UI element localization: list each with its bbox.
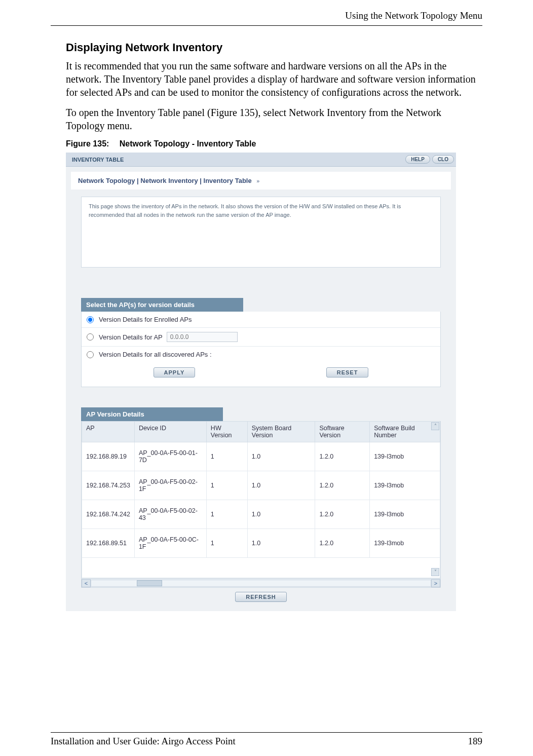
- ap-version-table-wrap: ˄ AP Device ID HW Version System Board V…: [81, 421, 441, 588]
- radio-enrolled-aps-label: Version Details for Enrolled APs: [99, 316, 192, 323]
- cell-hw: 1: [206, 529, 247, 558]
- close-button[interactable]: CLO: [432, 155, 454, 164]
- description-box: This page shows the inventory of APs in …: [81, 197, 441, 268]
- cell-sw: 1.2.0: [315, 471, 370, 500]
- cell-hw: 1: [206, 442, 247, 471]
- cell-device-id: AP_00-0A-F5-00-01-7D: [134, 442, 206, 471]
- col-software-version: Software Version: [315, 422, 370, 442]
- header-section-title: Using the Network Topology Menu: [345, 10, 482, 21]
- figure-number: Figure 135:: [66, 139, 109, 148]
- cell-sb: 1.0: [247, 471, 315, 500]
- panel-title: INVENTORY TABLE: [66, 157, 405, 163]
- scroll-track[interactable]: [91, 580, 431, 587]
- ap-ip-input[interactable]: [167, 332, 238, 342]
- radio-discovered-aps-row[interactable]: Version Details for all discovered APs :: [82, 347, 440, 362]
- section-para-1: It is recommended that you run the same …: [66, 59, 482, 99]
- radio-specific-ap[interactable]: [87, 333, 94, 341]
- footer-page-number: 189: [468, 736, 483, 747]
- scroll-up-icon[interactable]: ˄: [431, 422, 439, 430]
- radio-specific-ap-label: Version Details for AP: [99, 333, 163, 341]
- cell-device-id: AP_00-0A-F5-00-0C-1F: [134, 529, 206, 558]
- table-row: 192.168.74.242 AP_00-0A-F5-00-02-43 1 1.…: [82, 500, 440, 529]
- col-hw-version: HW Version: [206, 422, 247, 442]
- radio-discovered-aps[interactable]: [87, 351, 94, 358]
- inventory-panel-screenshot: INVENTORY TABLE HELP CLO Network Topolog…: [66, 153, 456, 611]
- col-software-build-number: Software Build Number: [370, 422, 440, 442]
- cell-sb: 1.0: [247, 442, 315, 471]
- cell-bn: 139-l3mob: [370, 442, 440, 471]
- cell-bn: 139-l3mob: [370, 500, 440, 529]
- cell-bn: 139-l3mob: [370, 471, 440, 500]
- breadcrumb-text: Network Topology | Network Inventory | I…: [78, 177, 252, 184]
- cell-hw: 1: [206, 471, 247, 500]
- table-row: 192.168.89.19 AP_00-0A-F5-00-01-7D 1 1.0…: [82, 442, 440, 471]
- radio-specific-ap-row[interactable]: Version Details for AP: [82, 328, 440, 347]
- horizontal-scrollbar[interactable]: < >: [82, 578, 440, 587]
- select-ap-band: Select the AP(s) for version details: [81, 298, 243, 312]
- chevron-right-icon: »: [256, 178, 259, 184]
- scroll-thumb[interactable]: [137, 580, 162, 586]
- footer-doc-title: Installation and User Guide: Airgo Acces…: [51, 736, 236, 747]
- figure-caption: Figure 135: Network Topology - Inventory…: [66, 139, 482, 148]
- reset-button[interactable]: RESET: [326, 367, 369, 377]
- cell-sw: 1.2.0: [315, 529, 370, 558]
- cell-ap: 192.168.74.242: [82, 500, 135, 529]
- cell-ap: 192.168.89.51: [82, 529, 135, 558]
- col-system-board-version: System Board Version: [247, 422, 315, 442]
- col-ap: AP: [82, 422, 135, 442]
- radio-discovered-aps-label: Version Details for all discovered APs :: [99, 351, 212, 358]
- panel-titlebar: INVENTORY TABLE HELP CLO: [66, 153, 456, 167]
- table-row-empty: [82, 558, 440, 578]
- select-ap-form: Version Details for Enrolled APs Version…: [81, 312, 441, 387]
- cell-hw: 1: [206, 500, 247, 529]
- refresh-button[interactable]: REFRESH: [235, 592, 287, 602]
- table-row: 192.168.74.253 AP_00-0A-F5-00-02-1F 1 1.…: [82, 471, 440, 500]
- figure-title: Network Topology - Inventory Table: [120, 139, 256, 148]
- cell-sb: 1.0: [247, 500, 315, 529]
- col-device-id: Device ID: [134, 422, 206, 442]
- cell-sb: 1.0: [247, 529, 315, 558]
- ap-version-table: AP Device ID HW Version System Board Ver…: [82, 421, 440, 578]
- table-header-row: AP Device ID HW Version System Board Ver…: [82, 422, 440, 442]
- radio-enrolled-aps-row[interactable]: Version Details for Enrolled APs: [82, 312, 440, 328]
- cell-device-id: AP_00-0A-F5-00-02-1F: [134, 471, 206, 500]
- cell-sw: 1.2.0: [315, 500, 370, 529]
- page-header: Using the Network Topology Menu: [51, 10, 482, 26]
- cell-sw: 1.2.0: [315, 442, 370, 471]
- page-footer: Installation and User Guide: Airgo Acces…: [51, 732, 482, 747]
- scroll-right-icon[interactable]: >: [431, 579, 440, 587]
- table-row: 192.168.89.51 AP_00-0A-F5-00-0C-1F 1 1.0…: [82, 529, 440, 558]
- help-button[interactable]: HELP: [405, 155, 430, 164]
- ap-version-band: AP Version Details: [81, 407, 223, 421]
- breadcrumb: Network Topology | Network Inventory | I…: [71, 172, 451, 190]
- radio-enrolled-aps[interactable]: [87, 316, 94, 323]
- cell-ap: 192.168.89.19: [82, 442, 135, 471]
- section-para-2: To open the Inventory Table panel (Figur…: [66, 106, 482, 132]
- apply-button[interactable]: APPLY: [154, 367, 196, 377]
- scroll-down-icon[interactable]: ˅: [431, 568, 439, 576]
- section-title: Displaying Network Inventory: [66, 41, 482, 54]
- cell-device-id: AP_00-0A-F5-00-02-43: [134, 500, 206, 529]
- scroll-left-icon[interactable]: <: [82, 579, 91, 587]
- cell-ap: 192.168.74.253: [82, 471, 135, 500]
- cell-bn: 139-l3mob: [370, 529, 440, 558]
